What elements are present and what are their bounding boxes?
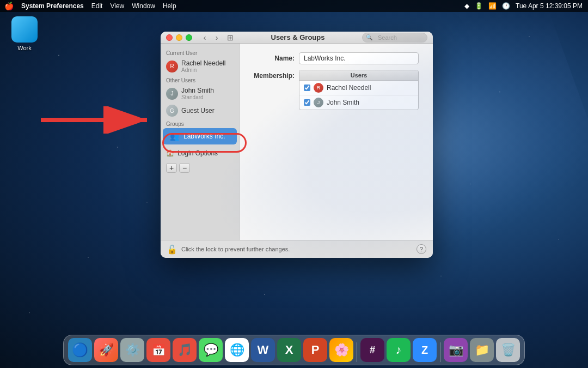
edit-menu[interactable]: Edit bbox=[91, 2, 103, 10]
dock-chrome[interactable]: 🌐 bbox=[225, 338, 249, 362]
sidebar-item-guest[interactable]: G Guest User bbox=[161, 102, 239, 119]
dock-sysprefs[interactable]: ⚙️ bbox=[120, 338, 144, 362]
groups-label: Groups bbox=[161, 119, 239, 128]
dock-divider-2 bbox=[440, 342, 440, 362]
work-folder-icon bbox=[11, 16, 38, 43]
membership-row-john[interactable]: J John Smith bbox=[299, 95, 418, 110]
minimize-button[interactable] bbox=[176, 34, 182, 41]
john-name: John Smith bbox=[181, 87, 214, 94]
desktop: 🍎 System Preferences Edit View Window He… bbox=[0, 0, 588, 368]
app-name-menu[interactable]: System Preferences bbox=[21, 2, 84, 10]
window-menu[interactable]: Window bbox=[132, 2, 155, 10]
dock-slack[interactable]: # bbox=[360, 338, 384, 362]
john-sub: Standard bbox=[181, 94, 214, 100]
help-menu[interactable]: Help bbox=[163, 2, 176, 10]
wifi-icon: 📶 bbox=[488, 2, 497, 10]
login-options-label: Login Options bbox=[177, 149, 218, 157]
add-user-button[interactable]: + bbox=[166, 163, 177, 173]
rachel-avatar: R bbox=[166, 61, 178, 73]
clock-icon: 🕐 bbox=[502, 2, 510, 10]
dock-files[interactable]: 📁 bbox=[470, 338, 494, 362]
lock-symbol: 🔓 bbox=[167, 244, 177, 255]
titlebar: ‹ › ⊞ Users & Groups 🔍 Search bbox=[161, 32, 433, 44]
group-avatar: 👥 bbox=[168, 130, 180, 142]
red-arrow bbox=[41, 106, 161, 136]
main-panel: Name: LabWorks Inc. Membership: Users R … bbox=[240, 44, 433, 240]
dock-messages[interactable]: 💬 bbox=[199, 338, 223, 362]
dock-photos[interactable]: 🌸 bbox=[329, 338, 353, 362]
dock-zoom[interactable]: Z bbox=[413, 338, 437, 362]
battery-icon: 🔋 bbox=[475, 2, 483, 10]
dock-excel[interactable]: X bbox=[277, 338, 301, 362]
current-user-label: Current User bbox=[161, 48, 239, 57]
users-groups-window: ‹ › ⊞ Users & Groups 🔍 Search Current Us… bbox=[161, 32, 433, 258]
sidebar-item-rachel[interactable]: R Rachel Needell Admin bbox=[161, 57, 239, 75]
search-placeholder: Search bbox=[373, 34, 397, 41]
sidebar: Current User R Rachel Needell Admin Othe… bbox=[161, 44, 240, 240]
forward-button[interactable]: › bbox=[212, 33, 222, 43]
lock-text: Click the lock to prevent further change… bbox=[181, 246, 412, 252]
john-member-name: John Smith bbox=[327, 99, 359, 106]
search-icon: 🔍 bbox=[366, 34, 372, 40]
datetime: Tue Apr 5 12:39:05 PM bbox=[516, 2, 583, 10]
login-options-icon: 🏠 bbox=[166, 149, 174, 157]
membership-header: Users bbox=[299, 70, 418, 81]
dock: 🔵 🚀 ⚙️ 📅 🎵 💬 🌐 W X P 🌸 # ♪ Z 📷 📁 🗑️ bbox=[63, 335, 525, 365]
guest-name: Guest User bbox=[181, 107, 215, 114]
lock-icon[interactable]: 🔓 bbox=[167, 244, 177, 255]
dock-spotify[interactable]: ♪ bbox=[387, 338, 411, 362]
membership-label: Membership: bbox=[248, 70, 295, 80]
dock-trash[interactable]: 🗑️ bbox=[496, 338, 520, 362]
work-folder-label: Work bbox=[17, 45, 31, 51]
back-button[interactable]: ‹ bbox=[200, 33, 210, 43]
dock-music[interactable]: 🎵 bbox=[173, 338, 197, 362]
view-menu[interactable]: View bbox=[110, 2, 124, 10]
search-box[interactable]: 🔍 Search bbox=[362, 33, 427, 43]
bottom-bar: 🔓 Click the lock to prevent further chan… bbox=[161, 240, 433, 258]
labworks-name: LabWorks Inc. bbox=[183, 132, 225, 140]
grid-icon[interactable]: ⊞ bbox=[227, 33, 234, 42]
rachel-member-name: Rachel Needell bbox=[327, 84, 371, 92]
rachel-name: Rachel Needell bbox=[181, 59, 225, 67]
john-member-avatar: J bbox=[314, 98, 323, 107]
dock-calendar[interactable]: 📅 bbox=[146, 338, 170, 362]
membership-field-row: Membership: Users R Rachel Needell J Joh… bbox=[248, 70, 424, 110]
guest-avatar: G bbox=[166, 105, 178, 117]
desktop-icon-work[interactable]: Work bbox=[5, 16, 44, 51]
window-content: Current User R Rachel Needell Admin Othe… bbox=[161, 44, 433, 240]
john-avatar: J bbox=[166, 88, 178, 100]
remove-user-button[interactable]: − bbox=[179, 163, 190, 173]
maximize-button[interactable] bbox=[186, 34, 192, 41]
login-options-item[interactable]: 🏠 Login Options bbox=[161, 147, 239, 160]
help-button[interactable]: ? bbox=[416, 244, 426, 254]
sidebar-item-labworks[interactable]: 👥 LabWorks Inc. bbox=[163, 128, 237, 144]
name-value[interactable]: LabWorks Inc. bbox=[299, 52, 419, 64]
dock-image-capture[interactable]: 📷 bbox=[444, 338, 468, 362]
rachel-sub: Admin bbox=[181, 67, 225, 73]
sidebar-buttons: + − bbox=[161, 160, 239, 176]
other-users-label: Other Users bbox=[161, 75, 239, 85]
menubar: 🍎 System Preferences Edit View Window He… bbox=[0, 0, 588, 12]
dock-finder[interactable]: 🔵 bbox=[68, 338, 92, 362]
dock-divider bbox=[357, 342, 357, 362]
rachel-member-avatar: R bbox=[314, 83, 323, 93]
window-title: Users & Groups bbox=[237, 33, 359, 41]
membership-row-rachel[interactable]: R Rachel Needell bbox=[299, 81, 418, 95]
apple-menu[interactable]: 🍎 bbox=[4, 2, 14, 10]
rachel-checkbox[interactable] bbox=[304, 85, 310, 91]
dock-powerpoint[interactable]: P bbox=[303, 338, 327, 362]
john-checkbox[interactable] bbox=[304, 99, 310, 106]
dock-word[interactable]: W bbox=[251, 338, 275, 362]
close-button[interactable] bbox=[166, 34, 173, 41]
membership-table: Users R Rachel Needell J John Smith bbox=[299, 70, 419, 110]
dock-launchpad[interactable]: 🚀 bbox=[94, 338, 118, 362]
name-field-row: Name: LabWorks Inc. bbox=[248, 52, 424, 64]
name-label: Name: bbox=[248, 55, 295, 62]
sidebar-item-john[interactable]: J John Smith Standard bbox=[161, 85, 239, 102]
dropbox-icon: ◆ bbox=[464, 2, 469, 10]
